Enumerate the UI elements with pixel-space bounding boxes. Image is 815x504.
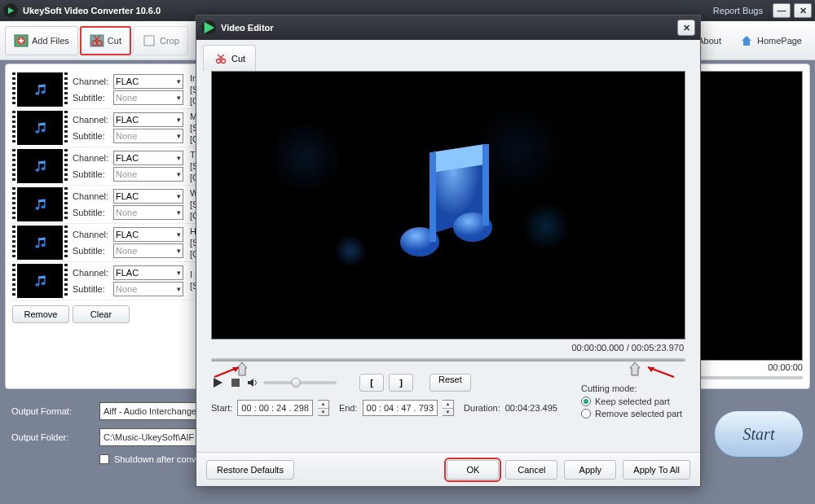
svg-marker-0 [8, 7, 14, 14]
bracket-end-button[interactable]: ] [389, 374, 413, 392]
subtitle-select[interactable]: None▾ [113, 282, 183, 296]
tab-cut[interactable]: Cut [203, 45, 256, 71]
reset-button[interactable]: Reset [430, 374, 471, 392]
trim-track[interactable] [211, 356, 685, 364]
channel-select[interactable]: FLAC▾ [113, 151, 183, 165]
homepage-label: HomePage [757, 36, 802, 46]
film-edge-icon [12, 72, 15, 107]
channel-select[interactable]: FLAC▾ [113, 227, 183, 242]
channel-select[interactable]: FLAC▾ [113, 265, 183, 280]
subtitle-select[interactable]: None▾ [113, 90, 183, 105]
music-note-icon [387, 136, 509, 274]
channel-select[interactable]: FLAC▾ [113, 74, 183, 89]
ok-button[interactable]: OK [447, 460, 499, 480]
channel-label: Channel: [73, 268, 112, 278]
cancel-button[interactable]: Cancel [505, 460, 557, 480]
app-logo-icon [3, 3, 18, 18]
homepage-button[interactable]: HomePage [731, 26, 810, 55]
apply-to-all-button[interactable]: Apply To All [623, 460, 690, 480]
subtitle-select[interactable]: None▾ [113, 205, 183, 220]
film-edge-icon [12, 264, 15, 298]
keep-selected-radio[interactable] [581, 397, 591, 406]
output-folder-label: Output Folder: [11, 432, 93, 442]
home-icon [739, 33, 754, 48]
channel-label: Channel: [73, 77, 112, 86]
trim-end-handle[interactable] [627, 362, 643, 377]
duration-value: 00:04:23.495 [505, 403, 557, 413]
film-edge-icon [12, 226, 15, 260]
start-button[interactable]: Start [714, 410, 804, 458]
crop-button[interactable]: Crop [133, 26, 188, 55]
tab-cut-label: Cut [231, 54, 245, 64]
svg-point-40 [222, 59, 226, 63]
svg-rect-10 [144, 36, 154, 46]
subtitle-label: Subtitle: [73, 208, 112, 217]
remove-button[interactable]: Remove [12, 305, 69, 323]
add-files-icon [14, 33, 29, 48]
annotation-arrow-right [643, 364, 676, 380]
subtitle-select[interactable]: None▾ [113, 167, 183, 182]
modal-footer: Restore Defaults OK Cancel Apply Apply T… [196, 452, 700, 486]
annotation-arrow-left [213, 364, 245, 380]
start-label: Start: [211, 403, 232, 413]
start-time-field[interactable]: 00 : 00 : 24 . 298 [237, 400, 313, 416]
cut-icon [90, 33, 104, 48]
film-edge-icon [64, 72, 68, 107]
clear-button[interactable]: Clear [73, 305, 130, 323]
file-thumbnail [17, 72, 63, 107]
svg-rect-46 [482, 144, 489, 226]
film-edge-icon [12, 149, 15, 183]
subtitle-label: Subtitle: [73, 284, 112, 294]
modal-title: Video Editor [221, 23, 677, 33]
file-thumbnail [17, 226, 63, 260]
film-edge-icon [64, 226, 68, 260]
close-button[interactable]: ✕ [794, 3, 812, 18]
shutdown-checkbox[interactable] [99, 454, 109, 464]
bracket-start-button[interactable]: [ [359, 374, 384, 392]
cut-button[interactable]: Cut [80, 26, 131, 55]
subtitle-select[interactable]: None▾ [113, 243, 183, 258]
volume-icon [247, 378, 258, 388]
subtitle-label: Subtitle: [73, 169, 112, 179]
modal-close-button[interactable]: ✕ [677, 20, 695, 36]
film-edge-icon [64, 149, 68, 183]
file-thumbnail [17, 264, 63, 298]
film-edge-icon [12, 111, 15, 145]
subtitle-label: Subtitle: [73, 93, 112, 103]
svg-point-39 [217, 59, 221, 63]
channel-select[interactable]: FLAC▾ [113, 112, 183, 127]
report-bugs-link[interactable]: Report Bugs [713, 6, 763, 15]
minimize-button[interactable]: — [773, 3, 791, 18]
file-thumbnail [17, 111, 63, 145]
modal-tabs: Cut [196, 40, 700, 71]
subtitle-label: Subtitle: [73, 246, 112, 256]
film-edge-icon [64, 187, 68, 221]
keep-selected-label: Keep selected part [595, 397, 670, 406]
remove-selected-label: Remove selected part [595, 409, 682, 419]
restore-defaults-button[interactable]: Restore Defaults [206, 460, 294, 480]
svg-marker-53 [248, 379, 253, 387]
apply-button[interactable]: Apply [564, 460, 616, 480]
volume-slider[interactable] [263, 381, 337, 384]
svg-rect-45 [430, 152, 436, 242]
crop-label: Crop [160, 36, 179, 46]
scissors-icon [214, 51, 228, 66]
channel-label: Channel: [73, 153, 112, 163]
cut-label: Cut [108, 36, 121, 46]
end-time-field[interactable]: 00 : 04 : 47 . 793 [363, 400, 438, 416]
modal-preview [211, 71, 685, 340]
modal-titlebar: Video Editor ✕ [196, 15, 700, 40]
end-spinner[interactable]: ▲▼ [443, 400, 454, 416]
add-files-button[interactable]: Add Files [5, 26, 78, 55]
remove-selected-radio[interactable] [581, 409, 591, 419]
subtitle-label: Subtitle: [73, 131, 112, 141]
duration-label: Duration: [464, 403, 500, 413]
crop-icon [142, 33, 156, 48]
subtitle-select[interactable]: None▾ [113, 129, 183, 143]
channel-select[interactable]: FLAC▾ [113, 189, 183, 204]
start-spinner[interactable]: ▲▼ [318, 400, 329, 416]
end-label: End: [339, 403, 358, 413]
svg-marker-38 [205, 22, 215, 33]
film-edge-icon [64, 111, 68, 145]
channel-label: Channel: [73, 115, 112, 125]
